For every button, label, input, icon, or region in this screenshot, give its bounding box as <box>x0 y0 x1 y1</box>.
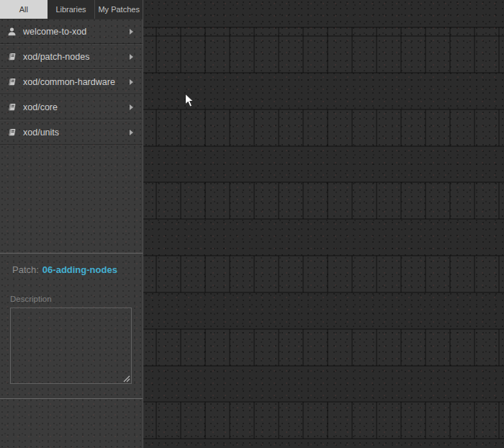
browser-item-label: xod/common-hardware <box>23 77 130 87</box>
patch-label: Patch: <box>12 264 39 275</box>
browser-item-welcome-to-xod[interactable]: welcome-to-xod <box>0 19 143 44</box>
chevron-right-icon <box>130 29 133 35</box>
chevron-right-icon <box>130 79 133 85</box>
browser-tabbar: All Libraries My Patches <box>0 0 143 19</box>
xod-ide-window: All Libraries My Patches welcome-to-xod <box>0 0 504 448</box>
patch-canvas[interactable] <box>143 0 504 448</box>
browser-item-label: xod/patch-nodes <box>23 52 130 62</box>
tab-all[interactable]: All <box>0 0 48 19</box>
current-patch-line: Patch:06-adding-nodes <box>12 264 117 275</box>
browser-item-label: xod/units <box>23 127 130 138</box>
chevron-right-icon <box>130 54 133 60</box>
tab-libraries[interactable]: Libraries <box>48 0 95 19</box>
browser-item-label: xod/core <box>23 102 130 112</box>
project-browser-list: welcome-to-xod xod/patch-nodes <box>0 19 143 145</box>
tab-my-patches[interactable]: My Patches <box>94 0 143 19</box>
chevron-right-icon <box>130 130 133 135</box>
patch-panel-divider <box>0 253 143 254</box>
bottom-panel-divider <box>0 398 143 399</box>
chevron-right-icon <box>130 104 133 110</box>
browser-item-xod-core[interactable]: xod/core <box>0 94 143 120</box>
book-icon <box>6 127 17 138</box>
browser-item-xod-common-hardware[interactable]: xod/common-hardware <box>0 69 143 94</box>
patch-name-link[interactable]: 06-adding-nodes <box>42 264 117 275</box>
description-textarea[interactable] <box>10 308 132 384</box>
book-icon <box>6 102 17 112</box>
project-browser-sidebar: All Libraries My Patches welcome-to-xod <box>0 0 143 448</box>
book-icon <box>6 51 17 62</box>
user-icon <box>6 26 17 37</box>
description-box <box>10 308 132 384</box>
browser-item-xod-patch-nodes[interactable]: xod/patch-nodes <box>0 44 143 69</box>
browser-item-label: welcome-to-xod <box>23 27 130 37</box>
browser-item-xod-units[interactable]: xod/units <box>0 120 143 145</box>
description-label: Description <box>10 295 52 303</box>
book-icon <box>6 76 17 87</box>
